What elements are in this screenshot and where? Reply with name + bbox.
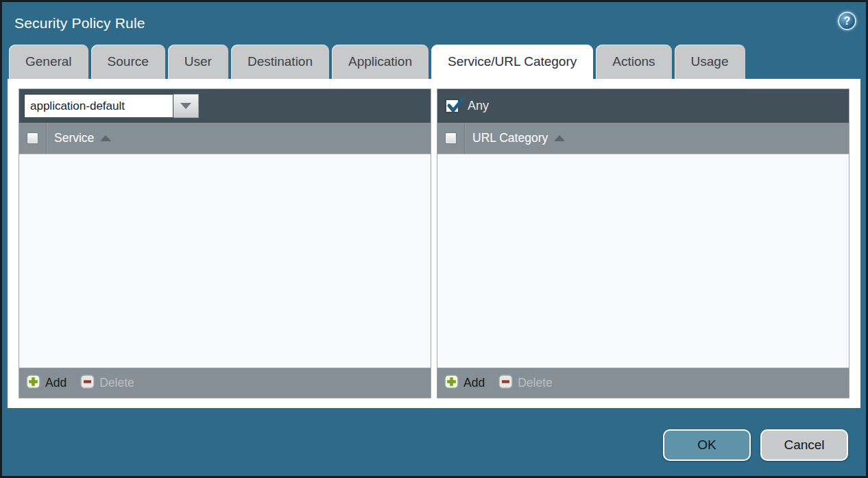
tab-destination[interactable]: Destination [231,45,329,79]
url-category-grid-header: URL Category [437,123,849,154]
security-policy-rule-dialog: { "window": { "title": "Security Policy … [0,0,868,478]
url-category-panel: Any URL Category Add [437,88,849,398]
service-grid-header: Service [19,123,431,154]
tab-content-service-url-category: Service Add [8,79,860,408]
tab-bar: General Source User Destination Applicat… [2,45,866,79]
url-category-add-label: Add [463,376,485,390]
tab-service-url-category[interactable]: Service/URL Category [431,45,593,79]
plus-icon [444,374,459,392]
minus-icon [498,374,513,392]
help-icon[interactable]: ? [838,12,856,30]
ok-button[interactable]: OK [663,429,751,461]
tab-source[interactable]: Source [91,45,165,79]
service-type-dropdown[interactable] [24,94,199,118]
url-category-delete-button[interactable]: Delete [498,374,553,392]
tab-general[interactable]: General [9,45,88,79]
service-type-input[interactable] [24,94,173,118]
dialog-titlebar: Security Policy Rule ? [2,2,866,45]
service-column-header[interactable]: Service [54,131,111,145]
tab-usage[interactable]: Usage [675,45,745,79]
tab-user[interactable]: User [168,45,228,79]
tab-application[interactable]: Application [332,45,429,79]
url-category-panel-toolbar: Any [437,89,849,123]
service-grid-footer: Add Delete [19,368,431,398]
url-category-column-header[interactable]: URL Category [472,131,565,145]
service-panel-toolbar [19,89,431,123]
url-category-delete-label: Delete [518,376,553,390]
url-category-select-all-checkbox[interactable] [445,132,457,144]
url-category-any-checkbox[interactable] [445,99,459,113]
tab-actions[interactable]: Actions [596,45,671,79]
checkmark-icon [446,97,466,116]
service-delete-label: Delete [99,376,134,390]
url-category-select-all-cell [437,123,465,154]
service-type-dropdown-button[interactable] [173,94,199,118]
service-select-all-cell [19,123,47,154]
dialog-title: Security Policy Rule [14,15,145,32]
url-category-any-control: Any [442,99,489,113]
url-category-column-label: URL Category [472,131,548,145]
service-add-button[interactable]: Add [26,374,67,392]
service-select-all-checkbox[interactable] [27,132,38,144]
url-category-grid-body[interactable] [437,154,849,368]
service-add-label: Add [45,376,67,390]
url-category-add-button[interactable]: Add [444,374,485,392]
plus-icon [26,374,40,392]
sort-ascending-icon [554,135,565,141]
sort-ascending-icon [100,135,111,141]
service-column-label: Service [54,131,94,145]
chevron-down-icon [180,103,191,109]
service-panel: Service Add [19,88,431,398]
dialog-action-row: OK Cancel [663,429,848,461]
url-category-any-label: Any [468,99,489,113]
minus-icon [80,374,95,392]
cancel-button[interactable]: Cancel [760,429,848,461]
service-grid-body[interactable] [19,154,431,368]
service-delete-button[interactable]: Delete [80,374,134,392]
url-category-grid-footer: Add Delete [437,368,849,398]
